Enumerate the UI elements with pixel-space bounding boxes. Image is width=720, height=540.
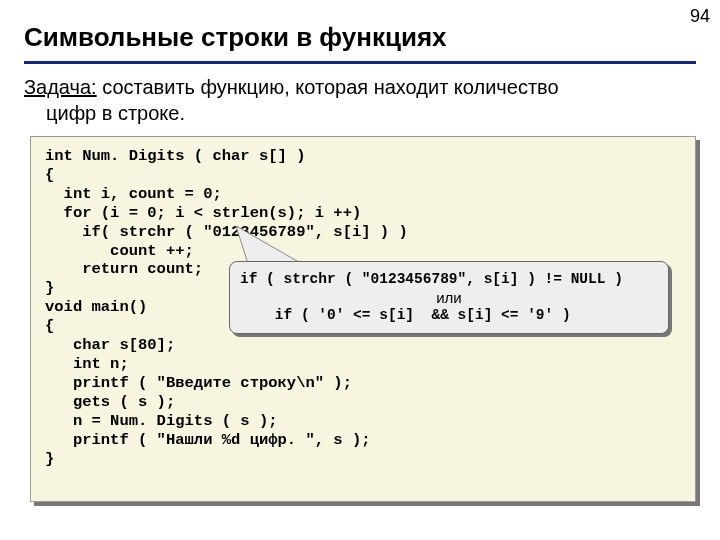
callout-body: if ( strchr ( "0123456789", s[i] ) != NU… — [229, 261, 669, 334]
task-text-2: цифр в строке. — [24, 100, 696, 126]
callout-line-1: if ( strchr ( "0123456789", s[i] ) != NU… — [240, 270, 658, 289]
task-text-1: составить функцию, которая находит колич… — [97, 76, 559, 98]
code-block-body: int Num. Digits ( char s[] ) { int i, co… — [30, 136, 696, 502]
code-block: int Num. Digits ( char s[] ) { int i, co… — [30, 136, 696, 502]
page-number: 94 — [690, 6, 710, 27]
callout-line-2: if ( '0' <= s[i] && s[i] <= '9' ) — [240, 306, 658, 325]
task-statement: Задача: составить функцию, которая наход… — [0, 74, 720, 136]
page-title: Символьные строки в функциях — [0, 0, 720, 61]
callout-box: if ( strchr ( "0123456789", s[i] ) != NU… — [229, 261, 669, 334]
callout-or: или — [240, 289, 658, 306]
title-underline — [24, 61, 696, 64]
task-label: Задача: — [24, 76, 97, 98]
